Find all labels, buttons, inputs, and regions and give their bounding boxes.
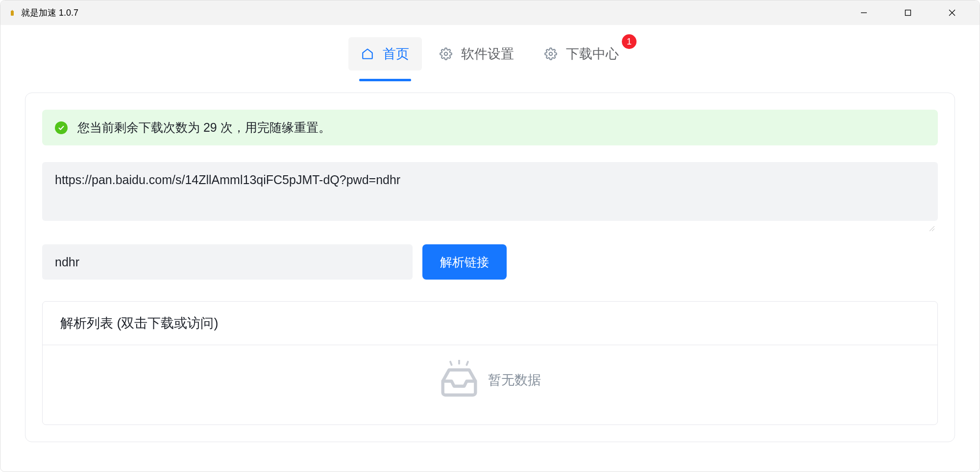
downloads-badge: 1 <box>622 34 637 49</box>
resize-handle-icon <box>928 225 935 232</box>
empty-inbox-icon <box>439 360 479 400</box>
titlebar: 就是加速 1.0.7 <box>0 0 980 25</box>
empty-text: 暂无数据 <box>488 371 541 389</box>
maximize-button[interactable] <box>893 3 923 23</box>
quota-alert: 您当前剩余下载次数为 29 次，用完随缘重置。 <box>42 110 938 145</box>
window-title: 就是加速 1.0.7 <box>21 7 78 19</box>
svg-line-11 <box>466 362 468 365</box>
check-circle-icon <box>55 121 68 134</box>
content-area: 您当前剩余下载次数为 29 次，用完随缘重置。 解析链接 解析列表 (双击下载或… <box>0 71 980 472</box>
minimize-button[interactable] <box>849 3 879 23</box>
tab-downloads-label: 下载中心 <box>566 45 619 63</box>
parse-button[interactable]: 解析链接 <box>422 244 507 280</box>
url-input[interactable] <box>42 162 938 221</box>
svg-rect-2 <box>906 10 911 16</box>
tab-settings[interactable]: 软件设置 <box>427 37 527 71</box>
tab-home-label: 首页 <box>383 45 409 63</box>
tab-settings-label: 软件设置 <box>461 45 514 63</box>
gear-icon <box>440 47 452 60</box>
parse-list-header: 解析列表 (双击下载或访问) <box>43 302 937 345</box>
tab-downloads[interactable]: 下载中心 1 <box>532 37 632 71</box>
svg-point-5 <box>444 52 448 56</box>
alert-text: 您当前剩余下载次数为 29 次，用完随缘重置。 <box>77 119 331 136</box>
app-window: 就是加速 1.0.7 首页 <box>0 0 980 472</box>
gear-icon <box>544 47 557 60</box>
parse-list-body: 暂无数据 <box>43 345 937 425</box>
svg-point-6 <box>549 52 553 56</box>
home-icon <box>361 47 374 60</box>
svg-line-8 <box>932 229 934 231</box>
svg-line-9 <box>450 362 452 365</box>
tab-home[interactable]: 首页 <box>348 37 422 71</box>
svg-line-7 <box>930 226 934 231</box>
parse-list: 解析列表 (双击下载或访问) 暂无数据 <box>42 301 938 425</box>
svg-rect-0 <box>11 11 14 16</box>
tab-bar: 首页 软件设置 下载中心 1 <box>0 25 980 71</box>
app-icon <box>8 9 16 17</box>
window-controls <box>849 3 972 23</box>
password-input[interactable] <box>42 244 413 280</box>
main-card: 您当前剩余下载次数为 29 次，用完随缘重置。 解析链接 解析列表 (双击下载或… <box>25 93 955 442</box>
close-button[interactable] <box>937 3 967 23</box>
